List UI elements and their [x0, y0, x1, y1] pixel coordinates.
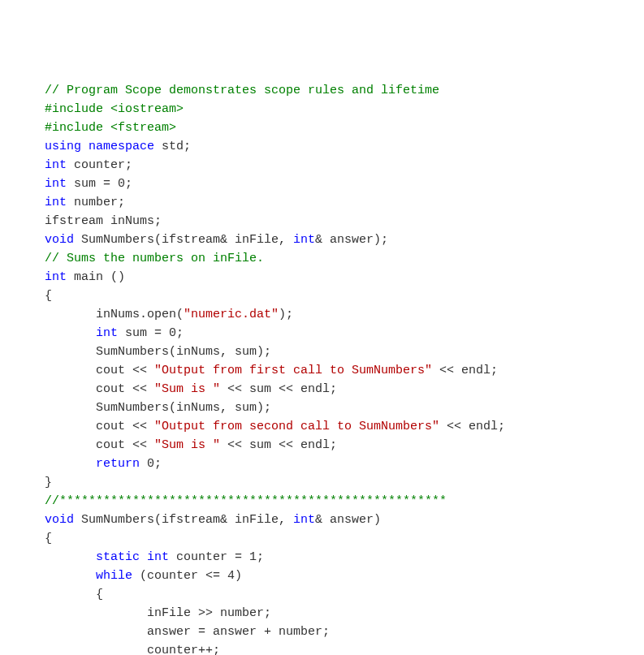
code-token: );	[279, 308, 293, 321]
code-line: cout << "Output from first call to SumNu…	[45, 361, 644, 380]
code-token: cout <<	[45, 364, 154, 377]
code-line: ifstream inNums;	[45, 212, 644, 231]
code-line: inFile >> number;	[45, 604, 644, 623]
code-line: SumNumbers(inNums, sum);	[45, 399, 644, 417]
code-token: }	[45, 476, 52, 489]
code-line: using namespace std;	[45, 137, 644, 156]
code-line: void SumNumbers(ifstream& inFile, int& a…	[45, 231, 644, 249]
code-token: int	[96, 326, 118, 340]
code-token: SumNumbers(inNums, sum);	[45, 345, 271, 359]
code-line: inNums.open("numeric.dat");	[45, 305, 644, 324]
code-token: "Output from first call to SumNumbers"	[154, 364, 432, 377]
code-line: // Sums the numbers on inFile.	[45, 249, 644, 268]
code-line: SumNumbers(inNums, sum);	[45, 343, 644, 361]
code-line: while (counter <= 4)	[45, 567, 644, 585]
code-line: //**************************************…	[45, 492, 644, 511]
code-line: return 0;	[45, 455, 644, 473]
code-token: SumNumbers(ifstream& inFile,	[74, 513, 293, 527]
code-token: void	[45, 513, 74, 527]
code-token: number;	[67, 196, 125, 209]
code-token: << endl;	[439, 420, 505, 433]
code-token: 0;	[140, 457, 162, 471]
code-line: #include <fstream>	[45, 119, 644, 137]
code-token	[45, 550, 96, 564]
code-token: // Program Scope demonstrates scope rule…	[45, 84, 439, 97]
code-line: cout << "Sum is " << sum << endl;	[45, 380, 644, 399]
code-token: {	[45, 289, 52, 303]
code-line: int sum = 0;	[45, 175, 644, 193]
code-token: main ()	[67, 270, 125, 284]
code-token: {	[45, 588, 103, 601]
code-token: counter;	[67, 158, 132, 172]
code-token: int	[45, 270, 67, 284]
code-token: SumNumbers(inNums, sum);	[45, 401, 271, 415]
code-line: cout << "Sum is " << sum << endl;	[45, 436, 644, 455]
code-token: // Sums the numbers on inFile.	[45, 252, 264, 265]
code-token: std;	[154, 140, 191, 153]
code-token: static int	[96, 550, 169, 564]
code-token: inNums.open(	[45, 308, 184, 321]
code-line: int main ()	[45, 268, 644, 287]
code-token: using namespace	[45, 140, 154, 153]
code-token: inFile >> number;	[45, 606, 271, 620]
code-token: & answer);	[315, 233, 388, 247]
code-line: {	[45, 287, 644, 305]
code-token: int	[293, 233, 315, 247]
code-token: "Output from second call to SumNumbers"	[154, 420, 439, 433]
code-line: }	[45, 473, 644, 492]
code-token: sum = 0;	[118, 326, 184, 340]
code-token: cout <<	[45, 420, 154, 433]
code-token: while	[96, 569, 132, 583]
code-token: << sum << endl;	[220, 382, 337, 396]
code-token	[45, 457, 96, 471]
code-line: counter++;	[45, 641, 644, 655]
code-line: void SumNumbers(ifstream& inFile, int& a…	[45, 511, 644, 529]
code-token: counter = 1;	[169, 550, 264, 564]
code-token: "Sum is "	[154, 438, 220, 452]
code-token: //**************************************…	[45, 494, 447, 508]
code-token	[45, 569, 96, 583]
code-token: "numeric.dat"	[184, 308, 279, 321]
code-line: {	[45, 585, 644, 604]
code-token: cout <<	[45, 382, 154, 396]
code-token: {	[45, 532, 52, 545]
code-line: int sum = 0;	[45, 324, 644, 343]
code-token: SumNumbers(ifstream& inFile,	[74, 233, 293, 247]
code-token: answer = answer + number;	[45, 625, 330, 639]
code-token: int	[45, 177, 67, 191]
code-token: (counter <= 4)	[132, 569, 242, 583]
code-token: void	[45, 233, 74, 247]
code-token: counter++;	[45, 644, 220, 655]
code-token: int	[45, 158, 67, 172]
code-line: #include <iostream>	[45, 100, 644, 119]
code-line: answer = answer + number;	[45, 623, 644, 641]
code-line: // Program Scope demonstrates scope rule…	[45, 81, 644, 100]
code-token: sum = 0;	[67, 177, 132, 191]
code-line: int counter;	[45, 156, 644, 175]
code-token: << sum << endl;	[220, 438, 337, 452]
code-token: << endl;	[432, 364, 498, 377]
code-token: #include <iostream>	[45, 102, 184, 116]
code-token	[45, 326, 96, 340]
code-line: static int counter = 1;	[45, 548, 644, 567]
code-block: // Program Scope demonstrates scope rule…	[45, 81, 644, 655]
code-token: int	[45, 196, 67, 209]
code-token: return	[96, 457, 140, 471]
code-token: & answer)	[315, 513, 381, 527]
code-token: #include <fstream>	[45, 121, 176, 135]
code-token: cout <<	[45, 438, 154, 452]
code-token: ifstream inNums;	[45, 214, 162, 228]
code-line: {	[45, 529, 644, 548]
code-line: int number;	[45, 193, 644, 212]
code-token: int	[293, 513, 315, 527]
code-line: cout << "Output from second call to SumN…	[45, 417, 644, 436]
code-token: "Sum is "	[154, 382, 220, 396]
